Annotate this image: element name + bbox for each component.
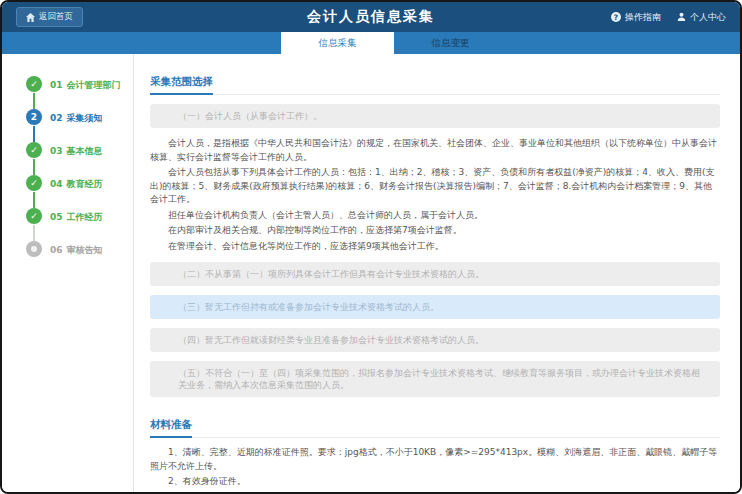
step-06-review-notice[interactable]: 06审核告知 <box>2 241 133 274</box>
materials-section: 材料准备 1、清晰、完整、近期的标准证件照。要求：jpg格式，不小于10KB，像… <box>150 413 720 492</box>
material-item: 2、有效身份证件。 <box>150 475 720 489</box>
scope-paragraph: 担任单位会计机构负责人（会计主管人员）、总会计师的人员，属于会计人员。 <box>150 209 720 223</box>
scope-paragraph: 会计人员包括从事下列具体会计工作的人员：包括：1、出纳；2、稽核；3、资产、负债… <box>150 166 720 207</box>
step-03-basic-info[interactable]: ✓ 03基本信息 <box>2 142 133 175</box>
step-sidebar: ✓ 01会计管理部门 2 02采集须知 ✓ 03基本信息 ✓ 04教育经历 ✓ … <box>2 54 134 492</box>
scope-option-5[interactable]: （五）不符合（一）至（四）项采集范围的，拟报名参加会计专业技术资格考试、继续教育… <box>150 361 720 397</box>
question-circle-icon: ? <box>611 12 621 22</box>
user-center-label: 个人中心 <box>690 11 726 24</box>
top-header-bar: 返回首页 会计人员信息采集 ? 操作指南 个人中心 <box>2 2 740 32</box>
guide-link-label: 操作指南 <box>625 11 661 24</box>
scope-option-2[interactable]: （二）不从事第（一）项所列具体会计工作但具有会计专业技术资格的人员。 <box>150 262 720 286</box>
tab-info-collection[interactable]: 信息采集 <box>281 32 394 54</box>
tab-bar: 信息采集 信息变更 <box>2 32 740 54</box>
step-label: 工作经历 <box>67 212 103 222</box>
step-label: 基本信息 <box>67 146 103 156</box>
material-item: 3、工作单位统一社会信用代码（无工作单位、无需提供）。 <box>150 491 720 493</box>
step-number: 04 <box>50 179 63 189</box>
tabs: 信息采集 信息变更 <box>281 32 507 54</box>
scope-paragraph: 会计人员，是指根据《中华人民共和国会计法》的规定，在国家机关、社会团体、企业、事… <box>150 137 720 164</box>
step-number: 03 <box>50 146 63 156</box>
top-links: ? 操作指南 个人中心 <box>611 11 726 24</box>
step-05-work-history[interactable]: ✓ 05工作经历 <box>2 208 133 241</box>
app-window: 返回首页 会计人员信息采集 ? 操作指南 个人中心 信息采集 信息变更 <box>0 0 742 494</box>
step-number: 01 <box>50 80 63 90</box>
material-item: 1、清晰、完整、近期的标准证件照。要求：jpg格式，不小于10KB，像素>=29… <box>150 446 720 473</box>
step-label: 教育经历 <box>67 179 103 189</box>
scope-paragraph: 在内部审计及相关合规、内部控制等岗位工作的，应选择第7项会计监督。 <box>150 224 720 238</box>
step-label: 审核告知 <box>67 245 103 255</box>
step-number-icon: 2 <box>26 109 42 125</box>
step-04-education-history[interactable]: ✓ 04教育经历 <box>2 175 133 208</box>
content-area: ✓ 01会计管理部门 2 02采集须知 ✓ 03基本信息 ✓ 04教育经历 ✓ … <box>2 54 740 492</box>
step-02-collection-notice[interactable]: 2 02采集须知 <box>2 109 133 142</box>
step-01-accounting-dept[interactable]: ✓ 01会计管理部门 <box>2 76 133 109</box>
step-number: 06 <box>50 245 63 255</box>
section-divider <box>150 94 720 95</box>
check-icon: ✓ <box>26 76 42 92</box>
check-icon: ✓ <box>26 142 42 158</box>
scope-option-1[interactable]: （一）会计人员（从事会计工作）。 <box>150 104 720 128</box>
step-number: 02 <box>50 113 63 123</box>
tab-info-change[interactable]: 信息变更 <box>394 32 507 54</box>
pending-circle-icon <box>26 241 42 257</box>
section-divider <box>150 437 720 438</box>
step-number: 05 <box>50 212 63 222</box>
scope-section-title: 采集范围选择 <box>150 75 213 95</box>
user-center-link[interactable]: 个人中心 <box>677 11 726 24</box>
user-icon <box>677 12 686 23</box>
home-icon <box>26 13 35 22</box>
main-panel: 采集范围选择 （一）会计人员（从事会计工作）。 会计人员，是指根据《中华人民共和… <box>134 54 740 492</box>
scope-paragraph: 在管理会计、会计信息化等岗位工作的，应选择第9项其他会计工作。 <box>150 240 720 254</box>
check-icon: ✓ <box>26 208 42 224</box>
page-title: 会计人员信息采集 <box>307 8 435 26</box>
home-button[interactable]: 返回首页 <box>16 7 83 27</box>
scope-option-3[interactable]: （三）暂无工作但持有或准备参加会计专业技术资格考试的人员。 <box>150 295 720 319</box>
guide-link[interactable]: ? 操作指南 <box>611 11 661 24</box>
materials-section-title: 材料准备 <box>150 418 192 438</box>
check-icon: ✓ <box>26 175 42 191</box>
step-label: 会计管理部门 <box>67 80 121 90</box>
home-button-label: 返回首页 <box>39 11 73 23</box>
scope-option-4[interactable]: （四）暂无工作但就读财经类专业且准备参加会计专业技术资格考试的人员。 <box>150 328 720 352</box>
step-label: 采集须知 <box>67 113 103 123</box>
